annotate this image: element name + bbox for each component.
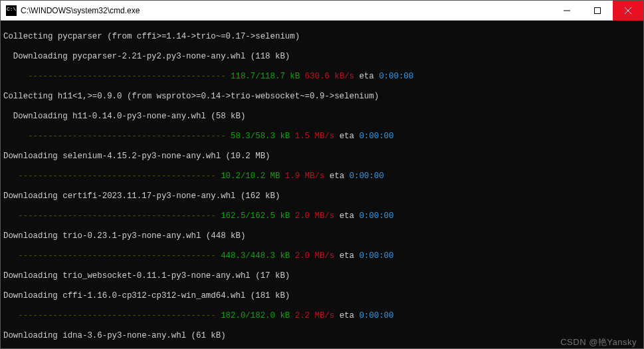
output-line: Collecting h11<1,>=0.9.0 (from wsproto>=… (3, 92, 641, 102)
output-line: Downloading cffi-1.16.0-cp312-cp312-win_… (3, 291, 641, 301)
output-line: Downloading idna-3.6-py3-none-any.whl (6… (3, 331, 641, 341)
progress-line: ----------------------------------------… (3, 172, 641, 181)
app-icon (6, 5, 17, 16)
window-controls (552, 1, 643, 21)
cmd-window: C:\WINDOWS\system32\cmd.exe Collecting p… (0, 0, 644, 349)
output-line: Collecting pycparser (from cffi>=1.14->t… (3, 32, 641, 42)
close-button[interactable] (613, 1, 643, 21)
progress-line: ----------------------------------------… (3, 211, 641, 221)
output-line: Downloading pycparser-2.21-py2.py3-none-… (3, 52, 641, 62)
output-line: Downloading certifi-2023.11.17-py3-none-… (3, 191, 641, 201)
output-line: Downloading h11-0.14.0-py3-none-any.whl … (3, 112, 641, 122)
progress-line: ----------------------------------------… (3, 72, 641, 82)
progress-line: ----------------------------------------… (3, 132, 641, 142)
progress-line: ----------------------------------------… (3, 251, 641, 261)
maximize-button[interactable] (582, 1, 613, 21)
output-line: Downloading trio-0.23.1-py3-none-any.whl… (3, 231, 641, 241)
progress-line: ----------------------------------------… (3, 311, 641, 321)
output-line: Downloading selenium-4.15.2-py3-none-any… (3, 152, 641, 162)
svg-rect-1 (595, 7, 601, 13)
terminal-viewport[interactable]: Collecting pycparser (from cffi>=1.14->t… (1, 21, 643, 349)
watermark: CSDN @艳Yansky (560, 337, 637, 347)
titlebar[interactable]: C:\WINDOWS\system32\cmd.exe (1, 1, 643, 21)
window-title: C:\WINDOWS\system32\cmd.exe (21, 6, 552, 15)
minimize-button[interactable] (552, 1, 582, 21)
output-line: Downloading trio_websocket-0.11.1-py3-no… (3, 271, 641, 281)
